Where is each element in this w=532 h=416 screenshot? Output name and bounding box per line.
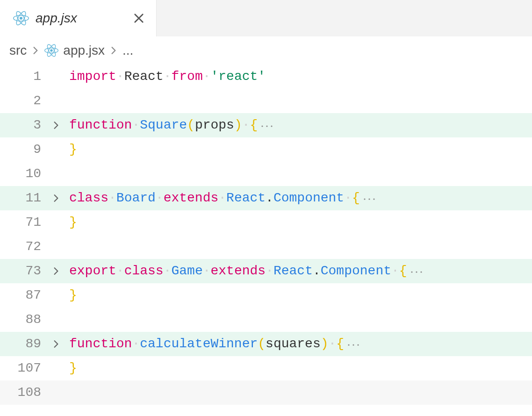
code-content[interactable]: function·calculateWinner(squares)·{ bbox=[65, 332, 532, 356]
fold-gutter[interactable] bbox=[47, 194, 65, 202]
token-brace: { bbox=[250, 118, 258, 132]
fold-gutter[interactable] bbox=[47, 267, 65, 275]
code-content[interactable]: import·React·from·'react' bbox=[65, 65, 532, 89]
code-content[interactable]: export·class·Game·extends·React.Componen… bbox=[65, 259, 532, 283]
token-brace: { bbox=[399, 264, 407, 278]
token-ident: squares bbox=[266, 337, 321, 351]
line-number[interactable]: 1 bbox=[0, 65, 47, 89]
react-icon bbox=[44, 43, 58, 57]
chevron-right-icon[interactable] bbox=[52, 340, 60, 348]
token-kw: class bbox=[124, 264, 164, 278]
token-kw: export bbox=[69, 264, 116, 278]
token-ident: props bbox=[195, 118, 234, 132]
close-icon[interactable] bbox=[132, 11, 146, 25]
line-number[interactable]: 3 bbox=[0, 113, 47, 137]
code-line[interactable]: 11class·Board·extends·React.Component·{ bbox=[0, 186, 532, 210]
token-ws: · bbox=[344, 191, 352, 205]
code-line[interactable]: 73export·class·Game·extends·React.Compon… bbox=[0, 259, 532, 283]
token-ws: · bbox=[329, 337, 337, 351]
breadcrumb[interactable]: src app.jsx ... bbox=[0, 36, 532, 65]
tab-bar: app.jsx bbox=[0, 0, 532, 36]
code-line[interactable]: 107} bbox=[0, 356, 532, 380]
token-kw: extends bbox=[164, 191, 219, 205]
code-line[interactable]: 88 bbox=[0, 308, 532, 332]
fold-gutter[interactable] bbox=[47, 340, 65, 348]
code-content[interactable]: class·Board·extends·React.Component·{ bbox=[65, 186, 532, 210]
code-content[interactable]: } bbox=[65, 210, 532, 235]
breadcrumb-segment[interactable]: app.jsx bbox=[63, 43, 105, 58]
code-line[interactable]: 108 bbox=[0, 380, 532, 405]
code-content[interactable]: } bbox=[65, 137, 532, 162]
tab-app-jsx[interactable]: app.jsx bbox=[0, 0, 157, 36]
folded-ellipsis-icon[interactable] bbox=[410, 270, 423, 274]
token-paren: ) bbox=[321, 337, 329, 351]
code-editor[interactable]: 1import·React·from·'react'23function·Squ… bbox=[0, 65, 532, 405]
token-kw: extends bbox=[211, 264, 266, 278]
chevron-right-icon bbox=[109, 43, 118, 58]
code-line[interactable]: 3function·Square(props)·{ bbox=[0, 113, 532, 137]
token-ws: · bbox=[156, 191, 164, 205]
token-def: Game bbox=[171, 264, 202, 278]
line-number[interactable]: 9 bbox=[0, 137, 47, 162]
token-ws: · bbox=[116, 264, 124, 278]
line-number[interactable]: 2 bbox=[0, 89, 47, 113]
code-line[interactable]: 1import·React·from·'react' bbox=[0, 65, 532, 89]
code-line[interactable]: 2 bbox=[0, 89, 532, 113]
token-def: Square bbox=[140, 118, 187, 132]
breadcrumb-segment[interactable]: src bbox=[9, 43, 27, 58]
code-line[interactable]: 10 bbox=[0, 162, 532, 186]
folded-ellipsis-icon[interactable] bbox=[347, 343, 360, 347]
code-content[interactable]: } bbox=[65, 283, 532, 308]
chevron-right-icon bbox=[31, 43, 40, 58]
token-kw: class bbox=[69, 191, 108, 205]
token-brace: } bbox=[69, 288, 77, 302]
code-line[interactable]: 71} bbox=[0, 210, 532, 235]
chevron-right-icon[interactable] bbox=[52, 121, 60, 129]
token-paren: ) bbox=[234, 118, 242, 132]
line-number[interactable]: 11 bbox=[0, 186, 47, 210]
line-number[interactable]: 87 bbox=[0, 283, 47, 308]
token-ws: · bbox=[203, 69, 211, 84]
code-content[interactable]: function·Square(props)·{ bbox=[65, 113, 532, 137]
token-kw: function bbox=[69, 118, 132, 132]
token-ws: · bbox=[203, 264, 211, 278]
line-number[interactable]: 89 bbox=[0, 332, 47, 356]
token-brace: } bbox=[69, 215, 77, 230]
token-def: Board bbox=[116, 191, 156, 205]
token-kw: import bbox=[69, 69, 116, 84]
line-number[interactable]: 72 bbox=[0, 235, 47, 259]
code-line[interactable]: 87} bbox=[0, 283, 532, 308]
line-number[interactable]: 107 bbox=[0, 356, 47, 380]
fold-gutter[interactable] bbox=[47, 121, 65, 129]
code-content[interactable]: } bbox=[65, 356, 532, 380]
token-str: 'react' bbox=[211, 69, 266, 84]
token-brace: } bbox=[69, 142, 77, 157]
breadcrumb-segment[interactable]: ... bbox=[122, 43, 133, 58]
token-ws: · bbox=[116, 69, 124, 84]
line-number[interactable]: 73 bbox=[0, 259, 47, 283]
token-paren: ( bbox=[258, 337, 266, 351]
token-type: React bbox=[226, 191, 266, 205]
token-ws: · bbox=[108, 191, 116, 205]
token-type: Component bbox=[321, 264, 391, 278]
token-ws: · bbox=[132, 337, 140, 351]
folded-ellipsis-icon[interactable] bbox=[363, 197, 376, 201]
line-number[interactable]: 108 bbox=[0, 380, 47, 405]
token-brace: { bbox=[336, 337, 344, 351]
line-number[interactable]: 88 bbox=[0, 308, 47, 332]
token-brace: } bbox=[69, 361, 77, 375]
code-line[interactable]: 72 bbox=[0, 235, 532, 259]
line-number[interactable]: 10 bbox=[0, 162, 47, 186]
code-line[interactable]: 89function·calculateWinner(squares)·{ bbox=[0, 332, 532, 356]
chevron-right-icon[interactable] bbox=[52, 194, 60, 202]
token-brace: { bbox=[352, 191, 360, 205]
tab-title: app.jsx bbox=[36, 11, 77, 26]
token-punct: . bbox=[266, 191, 273, 205]
chevron-right-icon[interactable] bbox=[52, 267, 60, 275]
token-paren: ( bbox=[187, 118, 195, 132]
folded-ellipsis-icon[interactable] bbox=[260, 124, 273, 129]
token-kw: function bbox=[69, 337, 132, 351]
line-number[interactable]: 71 bbox=[0, 210, 47, 235]
token-kw: from bbox=[171, 69, 202, 84]
code-line[interactable]: 9} bbox=[0, 137, 532, 162]
